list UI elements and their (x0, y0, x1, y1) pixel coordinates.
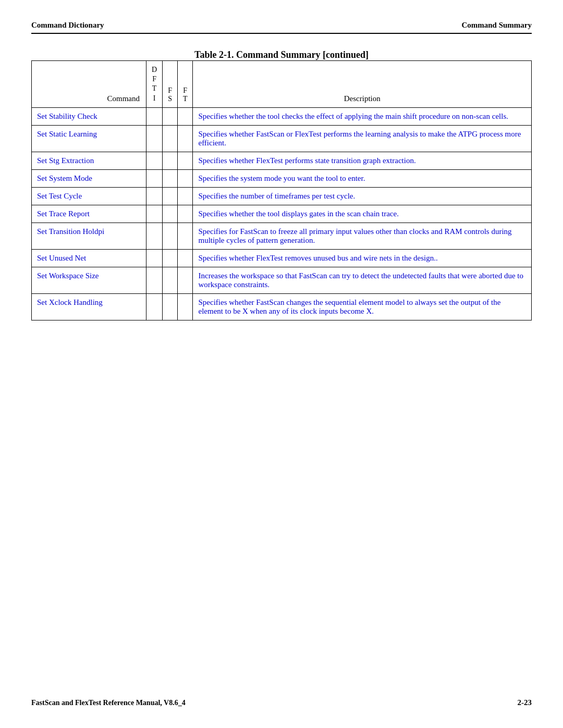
cell-fs (163, 205, 178, 223)
cell-description: Specifies whether FastScan changes the s… (193, 293, 532, 320)
command-link[interactable]: Set Unused Net (37, 254, 86, 262)
cell-fs (163, 267, 178, 293)
cell-dfti (146, 293, 163, 320)
cell-description: Specifies whether FlexTest performs stat… (193, 152, 532, 169)
cell-command[interactable]: Set Trace Report (32, 205, 146, 223)
table-row: Set Xclock HandlingSpecifies whether Fas… (32, 293, 532, 320)
cell-fs (163, 125, 178, 152)
header-right: Command Summary (461, 21, 532, 30)
cell-command[interactable]: Set Workspace Size (32, 267, 146, 293)
cell-ft (177, 169, 193, 187)
cell-ft (177, 223, 193, 249)
cell-dfti (146, 107, 163, 125)
table-body: Set Stability CheckSpecifies whether the… (32, 107, 532, 320)
cell-ft (177, 152, 193, 169)
table-header-row: Command DFTI FS FT Description (32, 61, 532, 108)
command-link[interactable]: Set Xclock Handling (37, 298, 103, 306)
cell-command[interactable]: Set System Mode (32, 169, 146, 187)
cell-command[interactable]: Set Transition Holdpi (32, 223, 146, 249)
description-text: Specifies whether FastScan changes the s… (198, 298, 500, 315)
command-link[interactable]: Set Stg Extraction (37, 156, 94, 165)
description-text: Specifies whether FastScan or FlexTest p… (198, 130, 521, 147)
cell-dfti (146, 249, 163, 267)
table-row: Set Test CycleSpecifies the number of ti… (32, 187, 532, 205)
cell-command[interactable]: Set Xclock Handling (32, 293, 146, 320)
command-link[interactable]: Set Workspace Size (37, 272, 99, 280)
th-fs: FS (163, 61, 178, 108)
table-row: Set Stability CheckSpecifies whether the… (32, 107, 532, 125)
cell-fs (163, 293, 178, 320)
table-title: Table 2-1. Command Summary [continued] (31, 50, 532, 60)
table-row: Set Unused NetSpecifies whether FlexTest… (32, 249, 532, 267)
cell-ft (177, 249, 193, 267)
cell-description: Specifies the number of timeframes per t… (193, 187, 532, 205)
cell-ft (177, 107, 193, 125)
table-row: Set Stg ExtractionSpecifies whether Flex… (32, 152, 532, 169)
th-description: Description (193, 61, 532, 108)
table-row: Set Static LearningSpecifies whether Fas… (32, 125, 532, 152)
cell-description: Specifies whether the tool displays gate… (193, 205, 532, 223)
cell-fs (163, 152, 178, 169)
command-link[interactable]: Set Transition Holdpi (37, 227, 104, 236)
cell-fs (163, 187, 178, 205)
description-text: Specifies whether FlexTest performs stat… (198, 156, 415, 165)
cell-ft (177, 205, 193, 223)
command-link[interactable]: Set System Mode (37, 174, 92, 182)
cell-dfti (146, 205, 163, 223)
description-text: Specifies whether the tool displays gate… (198, 209, 398, 218)
cell-description: Specifies whether the tool checks the ef… (193, 107, 532, 125)
cell-dfti (146, 125, 163, 152)
table-row: Set System ModeSpecifies the system mode… (32, 169, 532, 187)
cell-dfti (146, 187, 163, 205)
description-text: Specifies whether the tool checks the ef… (198, 112, 508, 120)
cell-dfti (146, 152, 163, 169)
footer-page-number: 2-23 (518, 698, 532, 707)
description-text: Specifies whether FlexTest removes unuse… (198, 254, 437, 262)
cell-fs (163, 249, 178, 267)
table-row: Set Trace ReportSpecifies whether the to… (32, 205, 532, 223)
page-header: Command Dictionary Command Summary (31, 21, 532, 34)
th-command: Command (32, 61, 146, 108)
table-row: Set Workspace SizeIncreases the workspac… (32, 267, 532, 293)
header-left: Command Dictionary (31, 21, 104, 30)
cell-description: Specifies whether FlexTest removes unuse… (193, 249, 532, 267)
command-link[interactable]: Set Trace Report (37, 209, 90, 218)
command-link[interactable]: Set Static Learning (37, 130, 97, 138)
description-text: Increases the workspace so that FastScan… (198, 272, 523, 289)
cell-dfti (146, 223, 163, 249)
th-dfti: DFTI (146, 61, 163, 108)
cell-fs (163, 107, 178, 125)
cell-description: Specifies the system mode you want the t… (193, 169, 532, 187)
page: Command Dictionary Command Summary Table… (0, 0, 563, 728)
footer-manual-name: FastScan and FlexTest Reference Manual, … (31, 699, 186, 707)
cell-command[interactable]: Set Stability Check (32, 107, 146, 125)
cell-command[interactable]: Set Test Cycle (32, 187, 146, 205)
command-summary-table: Command DFTI FS FT Description Set Stabi… (31, 60, 532, 320)
cell-command[interactable]: Set Stg Extraction (32, 152, 146, 169)
command-link[interactable]: Set Test Cycle (37, 192, 82, 200)
page-footer: FastScan and FlexTest Reference Manual, … (31, 698, 532, 707)
cell-description: Increases the workspace so that FastScan… (193, 267, 532, 293)
cell-fs (163, 169, 178, 187)
description-text: Specifies for FastScan to freeze all pri… (198, 227, 511, 244)
cell-fs (163, 223, 178, 249)
description-text: Specifies the number of timeframes per t… (198, 192, 355, 200)
cell-ft (177, 293, 193, 320)
cell-ft (177, 187, 193, 205)
cell-command[interactable]: Set Unused Net (32, 249, 146, 267)
command-link[interactable]: Set Stability Check (37, 112, 97, 120)
th-ft: FT (177, 61, 193, 108)
table-row: Set Transition HoldpiSpecifies for FastS… (32, 223, 532, 249)
cell-description: Specifies whether FastScan or FlexTest p… (193, 125, 532, 152)
cell-ft (177, 267, 193, 293)
cell-description: Specifies for FastScan to freeze all pri… (193, 223, 532, 249)
cell-dfti (146, 267, 163, 293)
cell-dfti (146, 169, 163, 187)
cell-ft (177, 125, 193, 152)
description-text: Specifies the system mode you want the t… (198, 174, 365, 182)
cell-command[interactable]: Set Static Learning (32, 125, 146, 152)
